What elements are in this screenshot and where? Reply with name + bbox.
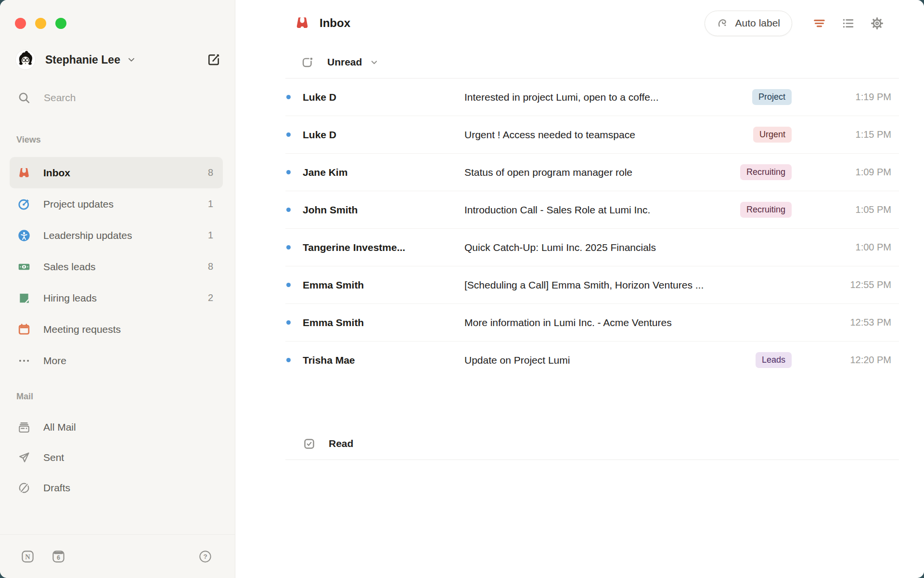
unread-group-label: Unread [327, 56, 362, 68]
help-button[interactable]: ? [199, 550, 212, 563]
email-row[interactable]: Luke DInterested in project Lumi, open t… [285, 79, 899, 116]
compose-button[interactable] [207, 53, 220, 66]
avatar [16, 50, 35, 69]
email-label-badge: Recruiting [740, 202, 792, 218]
sidebar-item-inbox[interactable]: Inbox8 [10, 157, 223, 188]
svg-text:6: 6 [57, 554, 60, 561]
chevron-down-icon[interactable] [370, 58, 379, 67]
sidebar-item-label: All Mail [43, 421, 76, 433]
email-sender: Luke D [303, 92, 464, 103]
banknote-icon [18, 261, 30, 273]
zoom-button[interactable] [55, 18, 66, 29]
email-sender: Emma Smith [303, 279, 464, 291]
minimize-button[interactable] [35, 18, 46, 29]
unread-dot [286, 283, 291, 287]
settings-button[interactable] [871, 17, 884, 30]
email-row[interactable]: Trisha MaeUpdate on Project LumiLeads12:… [285, 342, 899, 379]
auto-label-button[interactable]: Auto label [705, 11, 792, 36]
email-time: 12:20 PM [828, 355, 891, 366]
sidebar-item-sent[interactable]: Sent [10, 442, 223, 473]
email-subject: More information in Lumi Inc. - Acme Ven… [464, 317, 828, 328]
filter-button[interactable] [813, 17, 826, 30]
sidebar-item-label: Sales leads [43, 261, 96, 273]
email-time: 1:15 PM [828, 129, 891, 140]
main-header: Inbox Auto label [235, 0, 924, 46]
sidebar-item-all-mail[interactable]: All Mail [10, 412, 223, 442]
sidebar-item-count: 8 [208, 167, 213, 178]
allmail-icon [18, 421, 30, 434]
email-label-badge: Leads [756, 352, 792, 368]
email-time: 12:55 PM [828, 279, 891, 290]
sidebar-item-label: Meeting requests [43, 324, 121, 335]
mail-nav: All MailSentDrafts [0, 412, 235, 503]
unread-dot [286, 208, 291, 212]
email-row[interactable]: Emma Smith[Scheduling a Call] Emma Smith… [285, 266, 899, 304]
unread-group-header[interactable]: Unread [235, 46, 924, 78]
sidebar-item-count: 1 [208, 230, 213, 241]
profile-name: Stephanie Lee [45, 53, 120, 66]
views-section-label: Views [16, 135, 41, 145]
email-row[interactable]: Emma SmithMore information in Lumi Inc. … [285, 304, 899, 342]
inbox-icon [18, 167, 30, 179]
target-icon [18, 198, 30, 210]
sidebar-item-label: Hiring leads [43, 292, 97, 304]
email-sender: Jane Kim [303, 167, 464, 178]
account-switcher[interactable]: Stephanie Lee [16, 50, 220, 69]
unread-dot [286, 320, 291, 325]
sidebar-item-drafts[interactable]: Drafts [10, 473, 223, 503]
unread-dot [286, 245, 291, 250]
sidebar-footer: N 6 ? [0, 534, 235, 578]
email-sender: Emma Smith [303, 317, 464, 328]
email-row[interactable]: Jane KimStatus of open program manager r… [285, 154, 899, 191]
sidebar-item-count: 2 [208, 292, 213, 303]
read-group-header[interactable]: Read [285, 428, 899, 460]
notion-app-icon[interactable]: N [21, 550, 34, 563]
calendar-icon [18, 323, 30, 336]
email-subject: Introduction Call - Sales Role at Lumi I… [464, 204, 740, 216]
sidebar-item-label: Project updates [43, 198, 114, 210]
read-checkbox-icon [303, 437, 316, 450]
auto-label-text: Auto label [735, 17, 780, 29]
email-row[interactable]: Luke DUrgent ! Access needed to teamspac… [285, 116, 899, 154]
sidebar-item-leadership-updates[interactable]: Leadership updates1 [10, 220, 223, 251]
email-subject: Update on Project Lumi [464, 355, 756, 366]
main-panel: Inbox Auto label Unread Luke DInterested… [235, 0, 924, 578]
sidebar-item-hiring-leads[interactable]: Hiring leads2 [10, 282, 223, 314]
sidebar-item-count: 1 [208, 198, 213, 210]
sidebar-item-label: More [43, 355, 66, 367]
sidebar-item-project-updates[interactable]: Project updates1 [10, 188, 223, 220]
list-view-button[interactable] [842, 17, 855, 30]
email-time: 12:53 PM [828, 317, 891, 328]
sidebar-item-count: 8 [208, 261, 213, 272]
email-sender: Luke D [303, 129, 464, 141]
calendar-app-icon[interactable]: 6 [52, 550, 65, 563]
chevron-down-icon [127, 55, 136, 65]
sidebar-item-label: Inbox [43, 167, 70, 179]
email-row[interactable]: Tangerine Investme...Quick Catch-Up: Lum… [285, 229, 899, 266]
sidebar-item-label: Leadership updates [43, 230, 132, 241]
sidebar-item-more[interactable]: More [10, 345, 223, 376]
search-input[interactable]: Search [18, 90, 220, 106]
send-icon [18, 451, 30, 464]
email-time: 1:19 PM [828, 92, 891, 103]
read-region: Read [285, 428, 899, 460]
mail-section-label: Mail [16, 392, 33, 402]
svg-text:?: ? [203, 553, 207, 560]
email-label-badge: Recruiting [740, 164, 792, 180]
draft-icon [18, 482, 30, 494]
email-row[interactable]: John SmithIntroduction Call - Sales Role… [285, 191, 899, 229]
note-icon [18, 292, 30, 304]
email-sender: Trisha Mae [303, 355, 464, 366]
unread-dot [286, 95, 291, 99]
dots-icon [18, 355, 30, 367]
email-subject: Status of open program manager role [464, 167, 740, 178]
email-list: Luke DInterested in project Lumi, open t… [285, 78, 899, 379]
close-button[interactable] [15, 18, 26, 29]
unread-dot [286, 170, 291, 174]
svg-text:N: N [25, 552, 30, 560]
sidebar-item-label: Drafts [43, 482, 70, 494]
sidebar-item-sales-leads[interactable]: Sales leads8 [10, 251, 223, 282]
search-icon [18, 92, 31, 105]
email-sender: John Smith [303, 204, 464, 216]
sidebar-item-meeting-requests[interactable]: Meeting requests [10, 314, 223, 345]
